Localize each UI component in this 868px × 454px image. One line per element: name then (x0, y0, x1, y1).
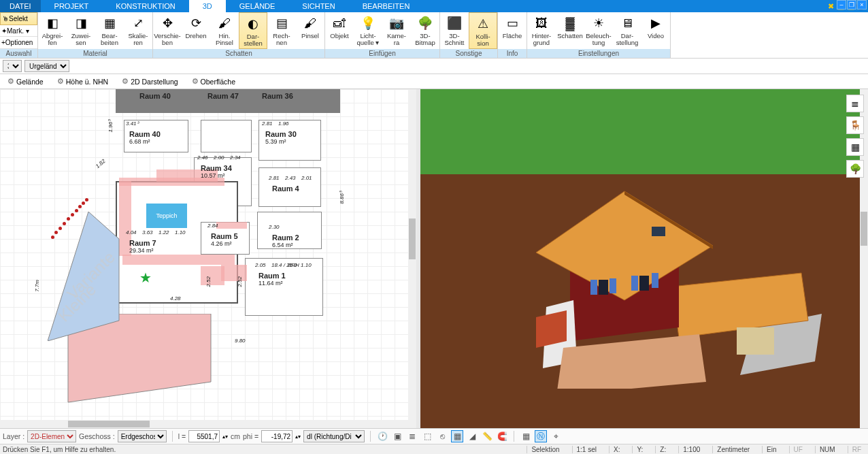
north-icon[interactable]: Ⓝ (535, 430, 547, 442)
ribbon-group-einfügen: 🛋Objekt💡Licht-quelle ▾📷Kame-ra🌳3D-Bitmap… (325, 12, 440, 58)
ribbon-btn-bearbeiten[interactable]: ▦Bear-beiten (95, 12, 124, 49)
dim-label: 8.86⁵ (339, 191, 345, 204)
ribbon-group-label: Schatten (153, 49, 324, 58)
ribbon-btn-lichtquelle[interactable]: 💡Licht-quelle ▾ (354, 12, 382, 49)
hoehe-button[interactable]: ⚙Höhe ü. NHN (52, 76, 113, 87)
phi-input[interactable] (261, 430, 293, 442)
ribbon-btn-rechnen[interactable]: ▤Rech-nen (267, 12, 296, 49)
ribbon-group-material: ◧Abgrei-fen◨Zuwei-sen▦Bear-beiten⤢Skalie… (38, 12, 153, 58)
menubar: DATEI PROJEKT KONSTRUKTION 3D GELÄNDE SI… (0, 0, 868, 12)
gelaende-button[interactable]: ⚙Gelände (3, 76, 48, 87)
compass-icon[interactable]: ⌖ (550, 430, 562, 442)
room-area: 5.39 m² (265, 138, 286, 145)
status-num: NUM (815, 446, 839, 453)
ribbon-group-label: Einstellungen (527, 49, 670, 58)
status-ein: Ein (762, 446, 780, 453)
scrollbar-vertical[interactable] (408, 89, 416, 428)
spinner[interactable]: ▴▾ (295, 434, 301, 439)
ribbon-group-einstellungen: 🖼Hinter-grund▓Schatten☀Beleuch-tung🖥Dar-… (527, 12, 671, 58)
geschoss-select[interactable]: Erdgeschos (118, 430, 167, 442)
ribbon-btn-kollision[interactable]: ⚠Kolli-sion (469, 12, 497, 49)
cube-icon[interactable]: ⬚ (421, 430, 433, 442)
ribbon-btn-beleuchtung[interactable]: ☀Beleuch-tung (584, 12, 613, 49)
ribbon-btn-schatten[interactable]: ▓Schatten (556, 12, 584, 49)
dim-label: 3.63 (142, 229, 153, 236)
optionen-button[interactable]: +Optionen (0, 37, 37, 49)
menu-projekt[interactable]: PROJEKT (41, 0, 103, 12)
minimize-button[interactable]: – (837, 0, 846, 10)
dim-label: 1.22 (158, 229, 169, 236)
scrollbar-horizontal[interactable] (0, 420, 408, 428)
ribbon-icon: ◧ (44, 15, 61, 31)
ribbon-btn-darstellung[interactable]: 🖥Dar-stellung (613, 12, 641, 49)
tool-icon[interactable]: ✖ (826, 1, 835, 11)
ribbon: 🖱 Selekt ✦ Mark. ▾ +Optionen Auswahl ◧Ab… (0, 12, 868, 59)
furniture-icon[interactable]: 🪑 (846, 116, 864, 134)
status-unit: Zentimeter (712, 446, 754, 453)
length-input[interactable] (188, 430, 220, 442)
ribbon-btn-hinpinsel[interactable]: 🖌Hin.Pinsel (210, 12, 239, 49)
plants-icon[interactable]: 🌳 (846, 160, 864, 178)
ruler-icon[interactable]: 📏 (481, 430, 493, 442)
snap-angle-icon[interactable]: ◢ (466, 430, 478, 442)
svg-rect-16 (737, 327, 774, 355)
ribbon-btn-drehen[interactable]: ⟳Drehen (182, 12, 210, 49)
oberflaeche-button[interactable]: ⚙Oberfläche (187, 76, 240, 87)
dim-label: 9.80 (235, 338, 246, 344)
layers-icon[interactable]: ≣ (846, 95, 864, 112)
ribbon-btn-label: Drehen (185, 33, 206, 39)
materials-icon[interactable]: ▦ (846, 138, 864, 156)
snap-grid-icon[interactable]: ▦ (451, 430, 463, 442)
snap-icon[interactable]: ⎋ (436, 430, 448, 442)
ribbon-btn-kamera[interactable]: 📷Kame-ra (382, 12, 411, 49)
menu-file[interactable]: DATEI (0, 0, 41, 12)
layer-label: Layer : (3, 432, 24, 440)
2d-darstellung-button[interactable]: ⚙2D Darstellung (117, 76, 182, 87)
mark-button[interactable]: ✦ Mark. ▾ (0, 25, 37, 37)
layer-select[interactable]: Urgelände (24, 60, 69, 72)
ribbon-btn-objekt[interactable]: 🛋Objekt (325, 12, 354, 49)
clock-icon[interactable]: 🕐 (376, 430, 388, 442)
close-button[interactable]: × (857, 0, 867, 10)
ribbon-icon: 🛋 (331, 15, 348, 31)
ribbon-btn-label: Video (648, 33, 664, 39)
magnet-icon[interactable]: 🧲 (496, 430, 508, 442)
ribbon-btn-video[interactable]: ▶Video (641, 12, 670, 49)
ribbon-btn-dschnitt[interactable]: ⬛3D-Schnitt (440, 12, 469, 49)
layer-select-bottom[interactable]: 2D-Elemen (27, 430, 76, 442)
menu-bearbeiten[interactable]: BEARBEITEN (349, 0, 424, 12)
room-label: Raum 5 (211, 232, 238, 240)
layers-icon-2[interactable]: ≣ (406, 430, 418, 442)
ribbon-btn-label: Objekt (330, 33, 348, 39)
spinner[interactable]: ▴▾ (222, 434, 228, 439)
dim-label: BRH 1.10 (288, 262, 312, 268)
ribbon-btn-skalieren[interactable]: ⤢Skalie-ren (124, 12, 152, 49)
ribbon-btn-abgreifen[interactable]: ◧Abgrei-fen (38, 12, 67, 49)
status-hint: Drücken Sie F1, um Hilfe zu erhalten. (3, 446, 527, 453)
ribbon-btn-zuweisen[interactable]: ◨Zuwei-sen (67, 12, 95, 49)
grid-toggle-icon[interactable]: ▦ (520, 430, 532, 442)
screen-icon[interactable]: ▣ (391, 430, 403, 442)
ribbon-btn-flche[interactable]: ▭Fläche (498, 12, 527, 49)
menu-sichten[interactable]: SICHTEN (288, 0, 348, 12)
ribbon-btn-pinsel[interactable]: 🖌Pinsel (296, 12, 324, 49)
ribbon-icon: ⟳ (188, 15, 204, 31)
menu-gelaende[interactable]: GELÄNDE (226, 0, 289, 12)
menu-3d[interactable]: 3D (189, 0, 226, 12)
room-label: Raum 4 (272, 184, 299, 193)
ribbon-btn-dbitmap[interactable]: 🌳3D-Bitmap (411, 12, 439, 49)
menu-konstruktion[interactable]: KONSTRUKTION (102, 0, 188, 12)
2d-floorplan-pane[interactable]: Teppich Kleine Variante ★ Raum 402.58Rau… (0, 89, 416, 428)
selekt-button[interactable]: 🖱 Selekt (0, 12, 37, 25)
ribbon-btn-verschieben[interactable]: ✥Verschie-ben (153, 12, 182, 49)
3d-view-pane[interactable] (420, 89, 868, 428)
view-mode-select[interactable]: 3D (3, 60, 22, 72)
ribbon-btn-label: Dar-stellung (616, 33, 639, 46)
dl-select[interactable]: dl (Richtung/Di (303, 430, 365, 442)
ribbon-btn-hintergrund[interactable]: 🖼Hinter-grund (527, 12, 556, 49)
room-label: Raum 34 (201, 164, 232, 172)
maximize-button[interactable]: ❐ (847, 0, 856, 10)
dim-label: 2.34 (230, 155, 241, 161)
ribbon-btn-label: Hin.Pinsel (216, 33, 233, 46)
ribbon-btn-darstellen[interactable]: ◐Dar-stellen (239, 12, 267, 49)
